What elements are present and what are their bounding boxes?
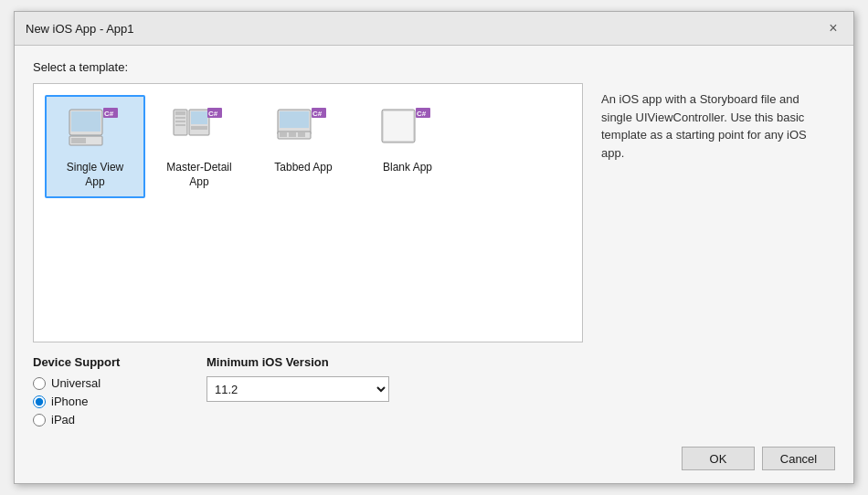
device-support-radio-group: Universal iPhone iPad bbox=[33, 376, 179, 427]
middle-area: C# C# Single ViewApp bbox=[33, 83, 835, 342]
svg-rect-1 bbox=[71, 111, 101, 132]
radio-ipad-input[interactable] bbox=[33, 414, 46, 427]
dialog-footer: OK Cancel bbox=[15, 437, 853, 483]
ok-button[interactable]: OK bbox=[682, 447, 755, 470]
cancel-button[interactable]: Cancel bbox=[762, 447, 835, 470]
close-button[interactable]: × bbox=[824, 19, 842, 37]
svg-rect-9 bbox=[175, 117, 185, 119]
master-detail-label: Master-DetailApp bbox=[166, 161, 231, 189]
svg-rect-18 bbox=[280, 111, 309, 128]
svg-text:C#: C# bbox=[312, 110, 323, 118]
radio-universal-label: Universal bbox=[51, 376, 101, 390]
radio-iphone[interactable]: iPhone bbox=[33, 395, 179, 408]
device-support-title: Device Support bbox=[33, 355, 179, 369]
radio-universal[interactable]: Universal bbox=[33, 376, 179, 390]
svg-rect-20 bbox=[280, 132, 287, 137]
svg-text:C#: C# bbox=[417, 110, 427, 118]
template-blank-app[interactable]: C# Blank App bbox=[357, 95, 458, 198]
master-detail-icon: C# bbox=[172, 106, 227, 153]
svg-rect-21 bbox=[289, 132, 296, 137]
svg-rect-8 bbox=[175, 111, 185, 115]
svg-text:C#: C# bbox=[208, 110, 218, 118]
radio-ipad-label: iPad bbox=[51, 413, 75, 427]
svg-rect-10 bbox=[175, 121, 185, 122]
tabbed-app-icon: C# bbox=[276, 106, 331, 153]
device-support-section: Device Support Universal iPhone iPad bbox=[33, 355, 179, 427]
svg-rect-14 bbox=[191, 126, 207, 130]
blank-app-label: Blank App bbox=[383, 161, 432, 175]
radio-universal-input[interactable] bbox=[33, 377, 46, 390]
template-grid: C# C# Single ViewApp bbox=[45, 95, 571, 198]
svg-rect-11 bbox=[175, 124, 185, 126]
title-bar: New iOS App - App1 × bbox=[15, 12, 853, 46]
template-description: An iOS app with a Storyboard file and si… bbox=[601, 92, 807, 160]
svg-text:C#: C# bbox=[104, 110, 114, 118]
svg-rect-22 bbox=[298, 132, 305, 137]
description-panel: An iOS app with a Storyboard file and si… bbox=[598, 83, 835, 342]
template-master-detail[interactable]: C# Master-DetailApp bbox=[149, 95, 249, 198]
radio-iphone-label: iPhone bbox=[51, 395, 88, 408]
dialog-title: New iOS App - App1 bbox=[26, 22, 134, 36]
svg-rect-13 bbox=[191, 111, 207, 124]
min-ios-select[interactable]: 8.0 9.0 10.0 11.0 11.2 12.0 bbox=[206, 376, 389, 402]
bottom-area: Device Support Universal iPhone iPad bbox=[33, 355, 835, 427]
svg-rect-3 bbox=[71, 138, 86, 143]
template-single-view[interactable]: C# C# Single ViewApp bbox=[45, 95, 145, 198]
template-tabbed-app[interactable]: C# Tabbed App bbox=[253, 95, 354, 198]
tabbed-app-label: Tabbed App bbox=[274, 161, 332, 175]
radio-ipad[interactable]: iPad bbox=[33, 413, 179, 427]
min-ios-title: Minimum iOS Version bbox=[206, 355, 389, 369]
min-ios-section: Minimum iOS Version 8.0 9.0 10.0 11.0 11… bbox=[206, 355, 389, 402]
single-view-label: Single ViewApp bbox=[67, 161, 123, 189]
single-view-icon: C# C# bbox=[68, 106, 122, 153]
dialog-body: Select a template: bbox=[15, 46, 853, 437]
new-ios-app-dialog: New iOS App - App1 × Select a template: bbox=[14, 11, 854, 484]
radio-iphone-input[interactable] bbox=[33, 395, 46, 408]
blank-app-icon: C# bbox=[380, 106, 435, 153]
svg-rect-26 bbox=[384, 111, 413, 141]
select-template-label: Select a template: bbox=[33, 60, 835, 74]
template-grid-wrapper: C# C# Single ViewApp bbox=[33, 83, 583, 342]
